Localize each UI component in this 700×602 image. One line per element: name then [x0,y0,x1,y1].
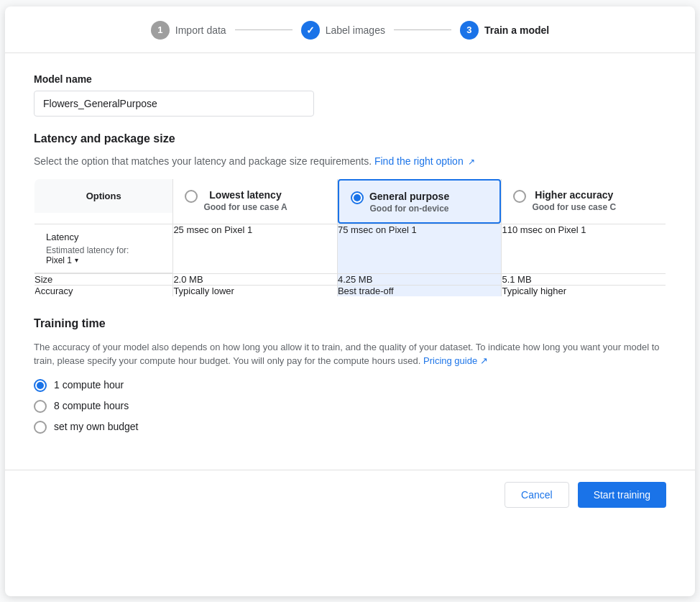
lowest-latency-header[interactable]: Lowest latency Good for use case A [173,178,338,224]
external-link-icon: ↗ [468,157,475,167]
step-connector-1 [235,29,293,30]
training-time-section: Training time The accuracy of your model… [34,317,666,434]
accuracy-row-header: Accuracy [34,285,173,296]
lowest-latency-text: Lowest latency Good for use case A [203,189,287,212]
main-content: Model name Latency and package size Sele… [5,53,695,462]
step-connector-2 [394,29,451,30]
accuracy-row: Accuracy Typically lower Best trade-off … [34,285,666,296]
latency-row-title: Latency [46,232,161,242]
compute-custom-option[interactable]: set my own budget [34,420,666,434]
step-2-circle: ✓ [301,21,320,40]
latency-higher-value: 110 msec on Pixel 1 [502,224,666,273]
pricing-guide-link[interactable]: Pricing guide ↗ [423,355,488,366]
lowest-radio-row: Lowest latency Good for use case A [185,189,326,212]
latency-desc-text: Select the option that matches your late… [34,155,372,167]
compute-1hour-label: 1 compute hour [54,379,124,391]
compute-8hours-option[interactable]: 8 compute hours [34,399,666,413]
step-3-number: 3 [466,24,471,35]
step-train-model: 3 Train a model [460,21,549,40]
step-import-data: 1 Import data [151,21,226,40]
accuracy-lowest-value: Typically lower [173,285,338,296]
step-2-label: Label images [326,24,385,36]
latency-row-subtitle: Estimated latency for: [46,245,161,255]
general-purpose-text: General purpose Good for on-device [369,191,449,214]
step-1-number: 1 [157,24,162,35]
pricing-guide-ext-icon: ↗ [480,355,488,366]
higher-accuracy-header-cell[interactable]: Higher accuracy Good for use case C [502,179,666,221]
compute-custom-label: set my own budget [54,421,139,432]
general-purpose-header[interactable]: General purpose Good for on-device [337,178,502,224]
training-time-desc-text: The accuracy of your model also depends … [34,342,660,367]
pixel-dropdown[interactable]: Pixel 1 ▾ [46,255,161,265]
start-training-button[interactable]: Start training [578,482,666,508]
lowest-latency-sub: Good for use case A [203,202,287,212]
latency-general-value: 75 msec on Pixel 1 [337,224,502,273]
general-purpose-sub: Good for on-device [369,204,449,214]
table-header-row: Options Lowest latency Good for use case… [34,178,666,224]
step-3-circle: 3 [460,21,479,40]
lowest-latency-title: Lowest latency [203,189,287,201]
dropdown-arrow-icon: ▾ [75,256,78,264]
size-higher-value: 5.1 MB [502,273,666,285]
latency-row-header: Latency Estimated latency for: Pixel 1 ▾ [34,224,173,273]
higher-accuracy-radio[interactable] [513,190,526,203]
options-header-label: Options [34,179,172,213]
stepper: 1 Import data ✓ Label images 3 Train a m… [5,6,695,53]
size-row-header: Size [34,273,173,285]
step-3-label: Train a model [484,24,549,36]
step-1-circle: 1 [151,21,170,40]
higher-accuracy-sub: Good for use case C [532,202,616,212]
options-header: Options [34,178,173,224]
higher-accuracy-title: Higher accuracy [532,189,616,201]
compute-8hours-radio[interactable] [34,400,47,413]
general-purpose-radio[interactable] [351,191,364,204]
model-name-label: Model name [34,73,666,85]
latency-lowest-value: 25 msec on Pixel 1 [173,224,338,273]
footer: Cancel Start training [5,470,695,525]
accuracy-general-value: Best trade-off [337,285,502,296]
general-purpose-title: General purpose [369,191,449,202]
model-name-input[interactable] [34,91,314,117]
accuracy-higher-value: Typically higher [502,285,666,296]
latency-description: Select the option that matches your late… [34,155,666,167]
lowest-latency-header-cell[interactable]: Lowest latency Good for use case A [173,179,337,221]
compute-1hour-radio[interactable] [34,379,47,392]
general-purpose-header-cell[interactable]: General purpose Good for on-device [338,179,502,224]
higher-radio-row: Higher accuracy Good for use case C [513,189,654,212]
step-1-label: Import data [175,24,226,36]
compute-custom-radio[interactable] [34,421,47,434]
higher-accuracy-header[interactable]: Higher accuracy Good for use case C [502,178,666,224]
latency-header-cell: Latency Estimated latency for: Pixel 1 ▾ [34,224,172,273]
latency-row: Latency Estimated latency for: Pixel 1 ▾… [34,224,666,273]
size-row: Size 2.0 MB 4.25 MB 5.1 MB [34,273,666,285]
options-table-wrapper: Options Lowest latency Good for use case… [34,178,666,317]
training-time-title: Training time [34,317,666,330]
find-right-option-link[interactable]: Find the right option ↗ [374,155,475,167]
compute-1hour-option[interactable]: 1 compute hour [34,378,666,392]
step-label-images: ✓ Label images [301,21,385,40]
training-time-description: The accuracy of your model also depends … [34,340,666,368]
higher-accuracy-text: Higher accuracy Good for use case C [532,189,616,212]
general-radio-row: General purpose Good for on-device [351,191,489,214]
lowest-latency-radio[interactable] [185,190,198,203]
latency-section-title: Latency and package size [34,132,666,145]
step-2-check-icon: ✓ [306,24,315,36]
train-model-dialog: 1 Import data ✓ Label images 3 Train a m… [5,6,695,596]
size-lowest-value: 2.0 MB [173,273,338,285]
cancel-button[interactable]: Cancel [505,482,569,508]
compute-8hours-label: 8 compute hours [54,400,129,411]
options-table: Options Lowest latency Good for use case… [34,178,666,297]
size-general-value: 4.25 MB [337,273,502,285]
pixel-dropdown-value: Pixel 1 [46,255,72,265]
